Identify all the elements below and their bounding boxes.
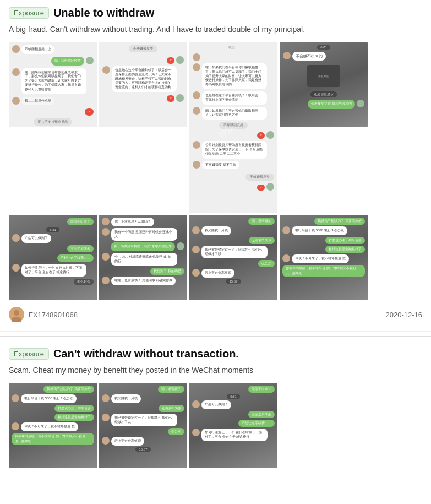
post-2: Exposure Can't withdraw without transact… bbox=[0, 341, 431, 484]
posts-divider bbox=[0, 336, 431, 337]
image-1[interactable]: 不够赚额度类，上 哦，我给你比较类 嗯，如果我们在平台帮你们赢取额度了，那么你们… bbox=[9, 42, 97, 127]
user-avatar-1 bbox=[9, 307, 24, 322]
image-2[interactable]: 不够赚额度类 × 也是她在这个平台赚到钱了！以后会一直保持上面的资金流动，为了让… bbox=[99, 42, 187, 127]
exposure-badge-1: Exposure bbox=[9, 7, 49, 19]
post-2-title: Can't withdraw without transaction. bbox=[53, 348, 239, 360]
post-1-images: 不够赚额度类，上 哦，我给你比较类 嗯，如果我们在平台帮你们赢取额度了，那么你们… bbox=[9, 42, 422, 300]
image-8[interactable]: 我就我不想以为了 我要回来给 银行平台千钱 5000 银行 3,么公众 群里说办… bbox=[280, 215, 368, 300]
post-2-header: Exposure Can't withdraw without transact… bbox=[9, 348, 422, 360]
post-1-footer: FX1748901068 2020-12-16 bbox=[9, 307, 422, 322]
image-11[interactable]: 能取不出来？ 6:81 广生可以做到了 宝宝之后未必 不想让走手续费…… 如何行… bbox=[189, 383, 277, 468]
exposure-badge-2: Exposure bbox=[9, 348, 49, 360]
svg-point-1 bbox=[14, 310, 19, 316]
post-1-description: A big fraud. Can't withdraw without trad… bbox=[9, 24, 422, 35]
image-6[interactable]: 你一下次水息可以取吗？ 我有一个问题 里面还种何时候会 还比个人 务，为做流水解… bbox=[99, 215, 187, 300]
post-1-title: Unable to withdraw bbox=[53, 7, 154, 19]
post-1-header: Exposure Unable to withdraw bbox=[9, 7, 422, 19]
image-7[interactable]: 嗯，邀请赚的 我又赚我一分钱 还有卖2 为你 我已被带锁定过一了，但我对不 我们… bbox=[189, 215, 277, 300]
image-5[interactable]: 能取不出来？ 6:81 广生可以做到了 宝宝之后未必 不想让走手续费…… 如何行… bbox=[9, 215, 97, 300]
image-10[interactable]: 嗯，邀请赚的 我又赚我一分钱 还有卖2 为你 我已被带锁定过一了，但我对不 我们… bbox=[99, 383, 187, 468]
post-2-description: Scam. Cheat my money by benefit they pos… bbox=[9, 365, 422, 376]
username-1: FX1748901068 bbox=[29, 311, 78, 319]
post-1-user: FX1748901068 bbox=[9, 307, 78, 322]
image-4[interactable]: 6:81 不会赚不出来的 手机截图 还是信息显示 你若接受之前 提现与涉水的 bbox=[280, 42, 368, 127]
post-2-images: 我就我不想以为了 我要回来给 银行平台千钱 5000 银行 3,么公众 群里说办… bbox=[9, 383, 422, 468]
image-9[interactable]: 我就我不想以为了 我要回来给 银行平台千钱 5000 银行 3,么公众 群里说办… bbox=[9, 383, 97, 468]
post-1-date: 2020-12-16 bbox=[386, 311, 423, 319]
image-3[interactable]: 状态... 嗯，如果我们在平台帮你们赢取额度了，那么你们就可以提现了，我们专门为… bbox=[189, 42, 277, 213]
post-1: Exposure Unable to withdraw A big fraud.… bbox=[0, 0, 431, 332]
